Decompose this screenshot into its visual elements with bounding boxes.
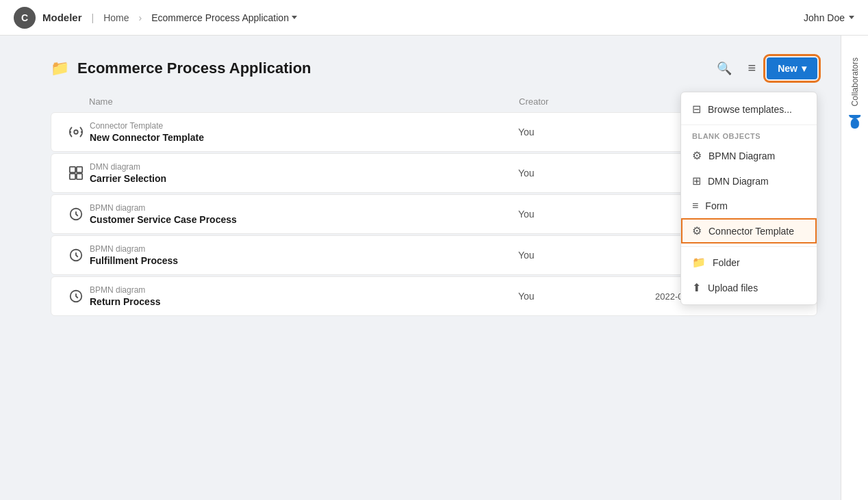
breadcrumb-current[interactable]: Ecommerce Process Application xyxy=(151,12,297,23)
svg-point-2 xyxy=(81,131,83,133)
file-info: BPMN diagram Return Process xyxy=(90,285,518,307)
person-icon: 👤 xyxy=(847,114,863,129)
connector-template-icon xyxy=(62,124,90,140)
user-menu-chevron-icon xyxy=(849,16,854,19)
right-sidebar: 👤 Collaborators xyxy=(841,36,868,337)
collaborators-tab[interactable]: 👤 Collaborators xyxy=(845,49,865,137)
bpmn-diagram-icon-2 xyxy=(62,248,90,263)
dmn-icon: ⊞ xyxy=(692,174,701,187)
breadcrumb-separator: › xyxy=(139,12,142,23)
form-icon: ≡ xyxy=(692,200,698,212)
filter-button[interactable]: ≡ xyxy=(743,56,762,80)
file-name: Customer Service Case Process xyxy=(90,214,518,225)
svg-rect-5 xyxy=(70,174,75,179)
file-name: Fulfillment Process xyxy=(90,255,518,266)
nav-left: C Modeler | Home › Ecommerce Process App… xyxy=(14,7,297,29)
folder-item[interactable]: 📁 Folder xyxy=(681,250,817,275)
svg-rect-3 xyxy=(70,167,75,172)
file-creator: You xyxy=(518,291,655,302)
file-info: BPMN diagram Customer Service Case Proce… xyxy=(90,203,518,225)
search-icon: 🔍 xyxy=(717,61,732,76)
top-navigation: C Modeler | Home › Ecommerce Process App… xyxy=(0,0,868,36)
dropdown-divider-1 xyxy=(681,124,817,125)
page-actions: 🔍 ≡ New ▾ ⊟ Browse templates... Blank ob… xyxy=(711,56,817,80)
browse-templates-item[interactable]: ⊟ Browse templates... xyxy=(681,96,817,122)
new-dropdown-menu: ⊟ Browse templates... Blank objects ⚙ BP… xyxy=(680,92,817,305)
file-type: BPMN diagram xyxy=(90,285,518,295)
dropdown-divider-2 xyxy=(681,246,817,247)
name-column-header: Name xyxy=(89,96,519,107)
file-creator: You xyxy=(518,127,655,137)
upload-files-item[interactable]: ⬆ Upload files xyxy=(681,275,817,300)
connector-icon: ⚙ xyxy=(692,224,702,237)
svg-point-1 xyxy=(69,131,71,133)
file-info: Connector Template New Connector Templat… xyxy=(90,121,518,143)
connector-template-item[interactable]: ⚙ Connector Template xyxy=(681,218,817,244)
svg-rect-4 xyxy=(77,167,82,172)
user-name: John Doe xyxy=(804,12,845,23)
page-title: Ecommerce Process Application xyxy=(77,60,311,77)
page-header: 📁 Ecommerce Process Application 🔍 ≡ New … xyxy=(51,56,817,80)
new-button-chevron-icon: ▾ xyxy=(802,63,806,74)
upload-icon: ⬆ xyxy=(692,281,701,294)
app-logo: C xyxy=(14,7,36,29)
page-title-area: 📁 Ecommerce Process Application xyxy=(51,60,311,77)
main-content: 📁 Ecommerce Process Application 🔍 ≡ New … xyxy=(23,36,845,337)
file-type: BPMN diagram xyxy=(90,244,518,254)
file-name: Carrier Selection xyxy=(90,173,518,184)
file-type: Connector Template xyxy=(90,121,518,131)
bpmn-diagram-icon xyxy=(62,207,90,222)
search-button[interactable]: 🔍 xyxy=(711,57,737,80)
breadcrumb-chevron-icon xyxy=(292,16,297,19)
folder-item-icon: 📁 xyxy=(692,256,706,269)
bpmn-diagram-item[interactable]: ⚙ BPMN Diagram xyxy=(681,143,817,168)
filter-icon: ≡ xyxy=(748,60,756,76)
file-creator: You xyxy=(518,168,655,179)
bpmn-icon: ⚙ xyxy=(692,149,702,162)
browse-templates-icon: ⊟ xyxy=(692,103,701,116)
form-item[interactable]: ≡ Form xyxy=(681,194,817,218)
svg-rect-6 xyxy=(77,174,82,179)
file-type: DMN diagram xyxy=(90,162,518,172)
dmn-diagram-item[interactable]: ⊞ DMN Diagram xyxy=(681,168,817,194)
new-button[interactable]: New ▾ xyxy=(767,57,817,79)
file-info: BPMN diagram Fulfillment Process xyxy=(90,244,518,266)
bpmn-diagram-icon-3 xyxy=(62,289,90,304)
dmn-diagram-icon xyxy=(62,166,90,181)
file-creator: You xyxy=(518,209,655,220)
svg-point-0 xyxy=(74,130,78,134)
creator-column-header: Creator xyxy=(519,96,656,107)
file-type: BPMN diagram xyxy=(90,203,518,213)
breadcrumb-home[interactable]: Home xyxy=(103,12,129,23)
nav-right: John Doe xyxy=(804,12,854,23)
file-creator: You xyxy=(518,250,655,261)
file-info: DMN diagram Carrier Selection xyxy=(90,162,518,184)
folder-icon: 📁 xyxy=(51,60,69,77)
file-name: Return Process xyxy=(90,296,518,307)
app-name: Modeler xyxy=(42,12,82,23)
nav-separator: | xyxy=(92,12,94,23)
blank-objects-label: Blank objects xyxy=(681,128,817,143)
file-name: New Connector Template xyxy=(90,132,518,143)
